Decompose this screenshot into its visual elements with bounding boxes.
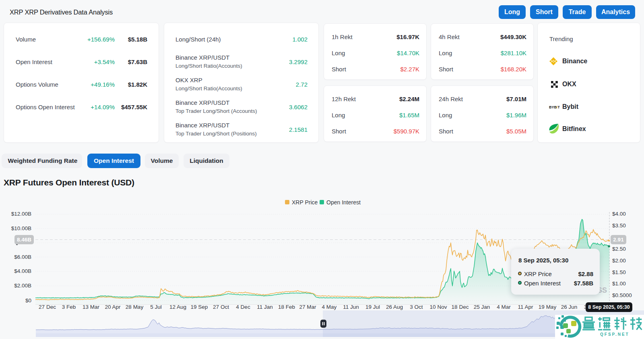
svg-text:QFSP.NET: QFSP.NET: [600, 332, 630, 337]
